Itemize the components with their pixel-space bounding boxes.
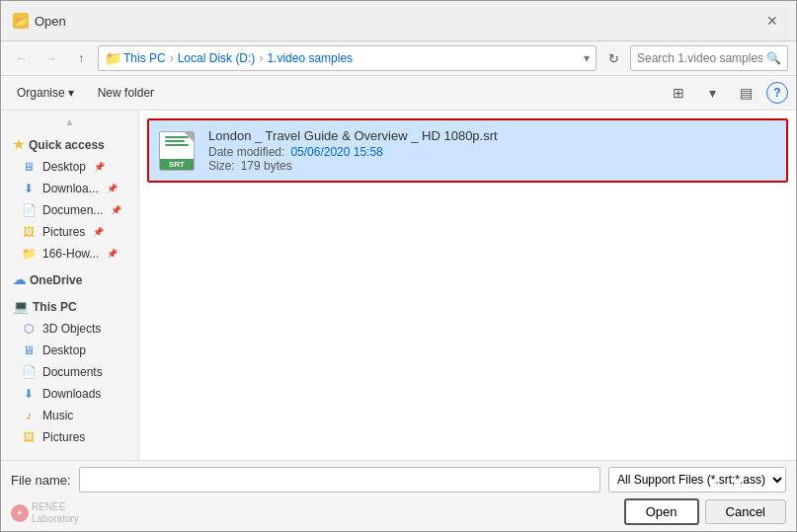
search-icon: 🔍 — [766, 51, 781, 65]
new-folder-button[interactable]: New folder — [90, 83, 162, 103]
quick-access-section: ★ Quick access — [1, 129, 138, 156]
thispc-icon: 💻 — [13, 299, 29, 314]
help-icon: ? — [773, 86, 780, 100]
watermark-sub: Laboratory — [32, 513, 79, 525]
open-button[interactable]: Open — [624, 498, 699, 525]
pictures-icon: 🖼 — [21, 224, 37, 240]
forward-button[interactable]: → — [39, 45, 64, 71]
srt-file-icon: SRT — [159, 131, 195, 171]
view-options-button[interactable]: ▾ — [699, 80, 725, 106]
help-button[interactable]: ? — [766, 82, 788, 104]
pane-button[interactable]: ▤ — [733, 80, 758, 106]
filetype-select[interactable]: All Support Files (*.srt;*.ass) — [608, 467, 786, 493]
file-icon-lines — [165, 136, 189, 148]
sidebar-item-desktop[interactable]: 🖥 Desktop 📌 — [1, 156, 138, 178]
3dobjects-icon: ⬡ — [21, 321, 37, 337]
sidebar-item-pictures[interactable]: 🖼 Pictures 📌 — [1, 221, 138, 243]
documents-pin-icon: 📌 — [111, 205, 121, 215]
file-size-row: Size: 179 bytes — [208, 159, 776, 173]
folder-166-icon: 📁 — [21, 246, 37, 262]
sidebar-item-documents-pc-label: Documents — [42, 365, 103, 379]
downloads-icon: ⬇ — [21, 181, 37, 196]
onedrive-icon: ☁ — [13, 272, 26, 287]
sidebar-item-166how[interactable]: 📁 166-How... 📌 — [1, 243, 138, 265]
back-button[interactable]: ← — [9, 45, 35, 71]
size-value: 179 bytes — [241, 159, 292, 173]
sidebar-item-downloads-label: Downloa... — [42, 182, 99, 195]
search-input[interactable] — [637, 51, 762, 65]
title-bar: 📂 Open ✕ — [1, 1, 796, 41]
file-meta: Date modified: 05/06/2020 15:58 — [208, 145, 776, 159]
filename-row: File name: All Support Files (*.srt;*.as… — [11, 467, 786, 493]
refresh-button[interactable]: ↻ — [600, 45, 626, 71]
cancel-button[interactable]: Cancel — [705, 499, 786, 524]
main-content: ▲ ★ Quick access 🖥 Desktop 📌 ⬇ Downloa..… — [1, 111, 796, 460]
file-icon-container: SRT — [159, 131, 199, 171]
action-row: + RENEE Laboratory Open Cancel — [11, 498, 786, 525]
thispc-label: This PC — [33, 300, 77, 314]
sidebar-item-desktop-pc[interactable]: 🖥 Desktop — [1, 340, 138, 361]
view-options-icon: ▾ — [709, 85, 716, 101]
file-icon-line-2 — [165, 140, 185, 142]
sidebar-item-downloads-pc[interactable]: ⬇ Downloads — [1, 383, 138, 405]
nav-bar: ← → ↑ 📁 This PC › Local Disk (D:) › 1.vi… — [1, 41, 796, 76]
breadcrumb[interactable]: 📁 This PC › Local Disk (D:) › 1.video sa… — [98, 45, 597, 71]
pictures-pc-icon: 🖼 — [21, 429, 37, 445]
organise-label: Organise — [17, 86, 65, 100]
breadcrumb-part-thispc[interactable]: This PC — [123, 51, 166, 65]
breadcrumb-part-videosamples[interactable]: 1.video samples — [267, 51, 353, 65]
up-button[interactable]: ↑ — [68, 45, 94, 71]
desktop-pc-icon: 🖥 — [21, 342, 37, 358]
breadcrumb-part-folder-icon: 📁 — [105, 50, 121, 66]
watermark: + RENEE Laboratory — [11, 501, 79, 525]
filename-input[interactable] — [79, 467, 600, 493]
breadcrumb-separator-1: › — [170, 51, 174, 65]
open-dialog: 📂 Open ✕ ← → ↑ 📁 This PC › Local Disk (D… — [0, 0, 797, 532]
sidebar-item-documents[interactable]: 📄 Documen... 📌 — [1, 199, 138, 221]
sidebar-item-3dobjects[interactable]: ⬡ 3D Objects — [1, 318, 138, 340]
sidebar-item-documents-label: Documen... — [42, 203, 103, 217]
date-modified-value: 05/06/2020 15:58 — [290, 145, 382, 159]
sidebar-item-music-label: Music — [42, 409, 73, 422]
breadcrumb-dropdown[interactable]: ▾ — [584, 51, 590, 65]
search-box[interactable]: 🔍 — [630, 45, 788, 71]
file-item[interactable]: SRT London _ Travel Guide & Overview _ H… — [147, 118, 788, 183]
sidebar-item-desktop-label: Desktop — [42, 160, 86, 174]
desktop-icon: 🖥 — [21, 159, 37, 175]
organise-button[interactable]: Organise ▾ — [9, 83, 82, 103]
sidebar-item-pictures-pc[interactable]: 🖼 Pictures — [1, 426, 138, 448]
downloads-pin-icon: 📌 — [107, 184, 118, 193]
new-folder-label: New folder — [98, 86, 154, 100]
sidebar-item-downloads[interactable]: ⬇ Downloa... 📌 — [1, 178, 138, 199]
file-icon-line-1 — [165, 136, 189, 138]
breadcrumb-separator-2: › — [259, 51, 263, 65]
watermark-brand: RENEE — [32, 501, 79, 513]
dialog-title: Open — [35, 14, 66, 29]
file-icon-line-3 — [165, 144, 189, 146]
quick-access-icon: ★ — [13, 137, 25, 152]
pane-icon: ▤ — [740, 85, 753, 101]
sidebar-item-3dobjects-label: 3D Objects — [42, 322, 101, 336]
onedrive-section: ☁ OneDrive — [1, 265, 138, 291]
sidebar-item-documents-pc[interactable]: 📄 Documents — [1, 361, 138, 383]
file-name: London _ Travel Guide & Overview _ HD 10… — [208, 128, 776, 143]
sidebar-item-pictures-pc-label: Pictures — [42, 430, 85, 444]
breadcrumb-part-localdisk[interactable]: Local Disk (D:) — [178, 51, 256, 65]
watermark-text: RENEE Laboratory — [32, 501, 79, 525]
toolbar: Organise ▾ New folder ⊞ ▾ ▤ ? — [1, 76, 796, 111]
sidebar-item-166how-label: 166-How... — [42, 247, 99, 261]
sidebar-item-music[interactable]: ♪ Music — [1, 405, 138, 426]
thispc-section: 💻 This PC — [1, 291, 138, 318]
view-icon: ⊞ — [673, 85, 684, 101]
sidebar-item-pictures-label: Pictures — [42, 225, 85, 239]
sidebar-item-desktop-pc-label: Desktop — [42, 343, 86, 357]
desktop-pin-icon: 📌 — [94, 162, 105, 172]
close-button[interactable]: ✕ — [760, 9, 784, 33]
sidebar-item-downloads-pc-label: Downloads — [42, 387, 101, 401]
onedrive-label: OneDrive — [30, 273, 82, 287]
watermark-icon: + — [11, 504, 29, 522]
view-icon-button[interactable]: ⊞ — [666, 80, 691, 106]
date-modified-label: Date modified: — [208, 145, 284, 159]
sidebar: ▲ ★ Quick access 🖥 Desktop 📌 ⬇ Downloa..… — [1, 111, 139, 460]
title-bar-left: 📂 Open — [13, 13, 66, 29]
